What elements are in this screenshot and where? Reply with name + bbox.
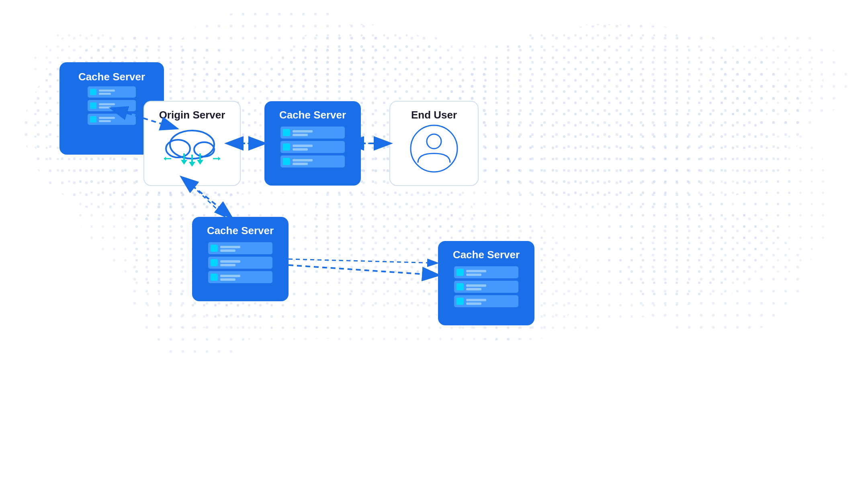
svg-rect-103 bbox=[466, 274, 481, 276]
svg-rect-100 bbox=[454, 266, 518, 278]
svg-rect-66 bbox=[264, 101, 361, 186]
svg-rect-41 bbox=[99, 90, 115, 92]
svg-rect-46 bbox=[99, 106, 111, 108]
svg-point-27 bbox=[24, 36, 281, 221]
svg-rect-70 bbox=[293, 130, 313, 133]
svg-line-15 bbox=[112, 114, 164, 125]
svg-line-17 bbox=[289, 259, 438, 263]
svg-line-115 bbox=[192, 186, 231, 217]
svg-rect-44 bbox=[90, 102, 96, 109]
svg-rect-75 bbox=[293, 148, 308, 151]
svg-rect-87 bbox=[211, 245, 218, 252]
svg-point-82 bbox=[411, 125, 457, 172]
svg-point-55 bbox=[194, 142, 214, 157]
svg-line-16 bbox=[192, 186, 225, 217]
svg-marker-59 bbox=[189, 162, 195, 167]
svg-marker-57 bbox=[181, 160, 187, 165]
svg-rect-92 bbox=[220, 260, 240, 263]
svg-point-31 bbox=[313, 137, 474, 313]
svg-point-7 bbox=[603, 193, 764, 305]
svg-point-5 bbox=[309, 129, 454, 289]
svg-rect-88 bbox=[220, 246, 240, 248]
svg-rect-71 bbox=[293, 134, 308, 136]
svg-rect-84 bbox=[192, 217, 289, 301]
svg-rect-104 bbox=[454, 281, 518, 293]
svg-rect-49 bbox=[99, 117, 115, 119]
svg-point-3 bbox=[261, 24, 462, 153]
svg-rect-107 bbox=[466, 288, 481, 290]
svg-marker-63 bbox=[164, 157, 166, 161]
svg-rect-97 bbox=[220, 278, 235, 281]
svg-line-116 bbox=[289, 265, 438, 275]
svg-point-4 bbox=[442, 24, 764, 201]
svg-point-32 bbox=[129, 185, 273, 361]
svg-rect-80 bbox=[390, 101, 478, 186]
svg-rect-95 bbox=[211, 274, 218, 281]
svg-point-6 bbox=[129, 169, 257, 329]
svg-rect-37 bbox=[59, 62, 164, 155]
svg-point-53 bbox=[170, 131, 214, 159]
svg-rect-48 bbox=[90, 116, 96, 123]
svg-point-29 bbox=[177, 8, 386, 96]
svg-rect-79 bbox=[293, 163, 308, 165]
svg-rect-73 bbox=[283, 143, 290, 151]
svg-point-33 bbox=[627, 209, 804, 337]
svg-text:Origin Server: Origin Server bbox=[159, 109, 225, 121]
svg-point-28 bbox=[269, 28, 494, 173]
svg-rect-102 bbox=[466, 270, 486, 272]
svg-rect-89 bbox=[220, 249, 235, 252]
svg-point-11 bbox=[201, 217, 362, 345]
svg-rect-93 bbox=[220, 264, 235, 266]
svg-point-1 bbox=[72, 40, 796, 345]
svg-rect-110 bbox=[466, 299, 486, 301]
svg-rect-77 bbox=[283, 158, 290, 165]
svg-rect-105 bbox=[457, 283, 464, 290]
svg-rect-39 bbox=[88, 86, 136, 98]
svg-rect-109 bbox=[457, 298, 464, 305]
svg-line-114 bbox=[112, 108, 164, 125]
svg-rect-91 bbox=[211, 259, 218, 266]
svg-rect-90 bbox=[208, 257, 272, 269]
svg-rect-76 bbox=[280, 155, 345, 167]
svg-rect-42 bbox=[99, 93, 111, 95]
svg-rect-72 bbox=[280, 141, 345, 153]
svg-rect-101 bbox=[457, 269, 464, 276]
svg-point-36 bbox=[44, 28, 157, 100]
svg-rect-45 bbox=[99, 103, 115, 105]
svg-rect-78 bbox=[293, 159, 313, 161]
svg-rect-98 bbox=[438, 241, 534, 325]
svg-rect-74 bbox=[293, 145, 313, 147]
svg-rect-43 bbox=[88, 100, 136, 111]
svg-point-35 bbox=[422, 221, 583, 341]
svg-point-10 bbox=[735, 129, 832, 273]
svg-point-54 bbox=[166, 140, 190, 157]
svg-text:Cache Server: Cache Server bbox=[279, 109, 346, 121]
svg-point-8 bbox=[32, 28, 129, 92]
svg-rect-108 bbox=[454, 295, 518, 307]
svg-point-2 bbox=[28, 40, 253, 201]
svg-marker-65 bbox=[218, 157, 220, 161]
svg-rect-50 bbox=[99, 120, 111, 122]
svg-point-30 bbox=[442, 24, 804, 217]
svg-rect-40 bbox=[90, 89, 96, 95]
svg-text:Cache Server: Cache Server bbox=[78, 71, 145, 83]
svg-rect-51 bbox=[144, 101, 240, 186]
svg-rect-68 bbox=[280, 127, 345, 139]
svg-rect-69 bbox=[283, 129, 290, 136]
svg-rect-86 bbox=[208, 242, 272, 254]
svg-point-83 bbox=[427, 134, 441, 149]
svg-marker-61 bbox=[197, 160, 203, 165]
svg-rect-47 bbox=[88, 114, 136, 125]
svg-text:End User: End User bbox=[411, 109, 457, 121]
svg-text:Cache Server: Cache Server bbox=[207, 225, 274, 237]
diagram-container: Cache Server Origin Server bbox=[0, 0, 868, 488]
svg-text:Cache Server: Cache Server bbox=[453, 249, 520, 261]
svg-rect-106 bbox=[466, 284, 486, 287]
svg-rect-94 bbox=[208, 271, 272, 283]
svg-point-9 bbox=[703, 40, 824, 120]
svg-rect-96 bbox=[220, 275, 240, 277]
svg-point-34 bbox=[719, 32, 848, 129]
svg-rect-111 bbox=[466, 302, 481, 305]
svg-point-12 bbox=[410, 209, 555, 313]
